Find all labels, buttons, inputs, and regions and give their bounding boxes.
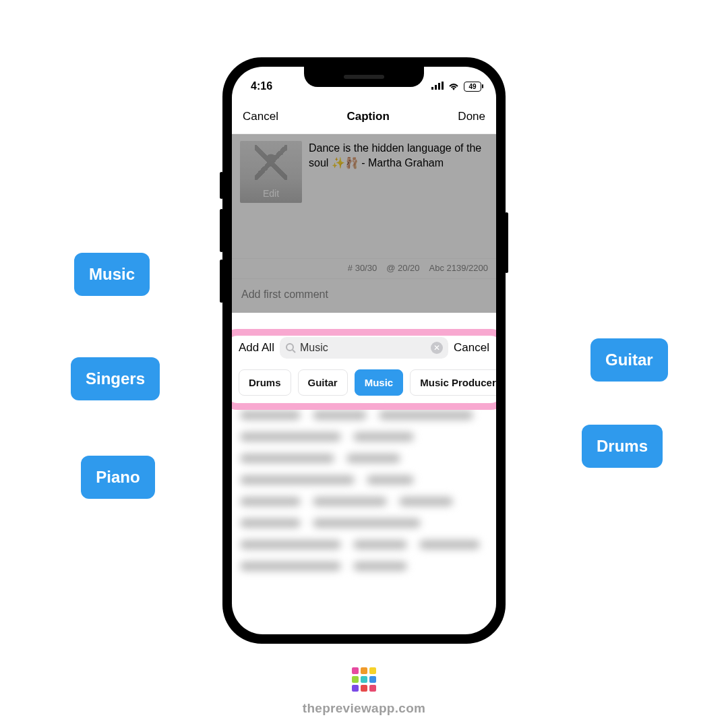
chip-drums[interactable]: Drums [239,369,291,396]
caption-thumbnail[interactable]: Edit [240,141,302,203]
app-logo-icon [352,667,376,692]
float-chip-guitar[interactable]: Guitar [590,338,668,382]
hashtag-results-blurred [232,405,496,597]
battery-icon: 49 [464,82,481,92]
float-chip-piano[interactable]: Piano [81,456,155,499]
cancel-button[interactable]: Cancel [243,110,278,123]
category-chips-row: Drums Guitar Music Music Producer Mu [232,361,496,405]
clear-search-icon[interactable]: ✕ [431,342,443,354]
done-button[interactable]: Done [458,110,485,123]
caption-text[interactable]: Dance is the hidden language of the soul… [309,141,488,203]
float-chip-music[interactable]: Music [74,253,150,296]
edit-thumbnail-label: Edit [263,188,279,199]
chip-music-producer[interactable]: Music Producer [410,369,496,396]
chip-guitar[interactable]: Guitar [298,369,348,396]
svg-rect-3 [442,82,444,90]
search-input[interactable]: Music ✕ [280,337,448,359]
svg-line-5 [293,350,295,353]
phone-frame: 4:16 49 Cancel Caption Done [222,57,506,644]
counter-row: # 30/30 @ 20/20 Abc 2139/2200 [232,258,496,278]
status-time: 4:16 [251,80,272,92]
search-icon [285,342,296,353]
svg-rect-0 [431,87,433,90]
svg-point-4 [286,344,293,351]
svg-rect-1 [435,85,437,90]
search-cancel-button[interactable]: Cancel [454,341,489,355]
add-all-button[interactable]: Add All [239,341,274,355]
first-comment-field[interactable]: Add first comment [232,278,496,313]
signal-icon [431,80,444,92]
svg-rect-2 [438,83,440,90]
float-chip-singers[interactable]: Singers [71,357,160,400]
chip-music[interactable]: Music [355,369,404,396]
float-chip-drums[interactable]: Drums [582,425,663,468]
char-count: Abc 2139/2200 [429,263,488,273]
wifi-icon [448,82,460,91]
footer-url: thepreviewapp.com [303,701,425,716]
hashtag-panel: Add All Music ✕ Cancel Drums Guitar Musi… [232,313,496,597]
hashtag-count: # 30/30 [348,263,377,273]
page-title: Caption [347,110,390,123]
search-value: Music [300,342,427,354]
mention-count: @ 20/20 [386,263,419,273]
